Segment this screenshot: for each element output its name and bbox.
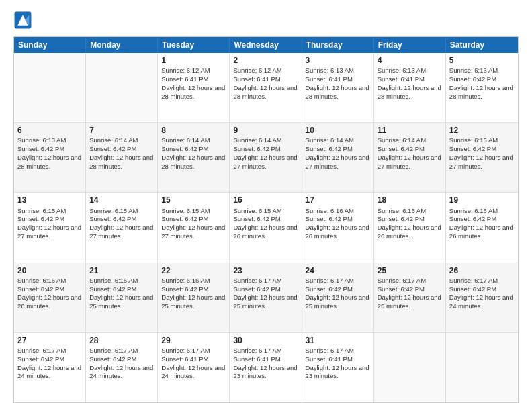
sunrise-text: Sunrise: 6:16 AM [306,207,370,216]
day-number: 1 [161,55,226,66]
sunrise-text: Sunrise: 6:12 AM [233,66,298,75]
day-number: 22 [161,265,226,276]
sunrise-text: Sunrise: 6:17 AM [89,347,154,355]
sunset-text: Sunset: 6:42 PM [449,75,515,84]
day-cell-23: 23Sunrise: 6:17 AMSunset: 6:42 PMDayligh… [230,263,302,332]
sunrise-text: Sunrise: 6:13 AM [17,136,82,145]
daylight-text: Daylight: 12 hours and 24 minutes. [17,364,82,381]
day-cell-28: 28Sunrise: 6:17 AMSunset: 6:42 PMDayligh… [86,333,158,402]
day-number: 16 [233,195,298,205]
sunrise-text: Sunrise: 6:16 AM [161,277,226,285]
day-number: 21 [89,265,154,276]
day-number: 12 [449,125,515,136]
day-cell-14: 14Sunrise: 6:15 AMSunset: 6:42 PMDayligh… [86,193,158,262]
sunrise-text: Sunrise: 6:17 AM [233,277,298,285]
daylight-text: Daylight: 12 hours and 26 minutes. [378,224,442,241]
day-cell-1: 1Sunrise: 6:12 AMSunset: 6:41 PMDaylight… [158,53,230,122]
calendar-row: 6Sunrise: 6:13 AMSunset: 6:42 PMDaylight… [14,122,518,192]
sunset-text: Sunset: 6:41 PM [378,75,442,84]
day-cell-3: 3Sunrise: 6:13 AMSunset: 6:41 PMDaylight… [302,53,374,122]
header-day-sunday: Sunday [14,37,86,53]
sunset-text: Sunset: 6:42 PM [161,285,226,294]
daylight-text: Daylight: 12 hours and 25 minutes. [378,293,442,311]
header [13,11,519,30]
day-number: 11 [378,125,442,136]
day-cell-22: 22Sunrise: 6:16 AMSunset: 6:42 PMDayligh… [158,263,230,332]
sunrise-text: Sunrise: 6:17 AM [449,277,515,285]
daylight-text: Daylight: 12 hours and 26 minutes. [17,293,82,311]
day-number: 2 [233,55,298,66]
day-number: 4 [378,55,442,66]
sunrise-text: Sunrise: 6:14 AM [378,136,442,145]
sunrise-text: Sunrise: 6:17 AM [233,347,298,355]
sunrise-text: Sunrise: 6:17 AM [306,277,370,285]
sunrise-text: Sunrise: 6:12 AM [161,66,226,75]
day-cell-25: 25Sunrise: 6:17 AMSunset: 6:42 PMDayligh… [374,263,446,332]
empty-cell [14,53,86,122]
header-day-tuesday: Tuesday [158,37,230,53]
header-day-thursday: Thursday [302,37,374,53]
sunset-text: Sunset: 6:41 PM [233,75,298,84]
sunrise-text: Sunrise: 6:13 AM [378,66,442,75]
day-number: 14 [89,195,154,205]
sunrise-text: Sunrise: 6:16 AM [17,277,82,285]
day-cell-10: 10Sunrise: 6:14 AMSunset: 6:42 PMDayligh… [302,123,374,192]
calendar-row: 1Sunrise: 6:12 AMSunset: 6:41 PMDaylight… [14,53,518,122]
sunrise-text: Sunrise: 6:14 AM [161,136,226,145]
daylight-text: Daylight: 12 hours and 26 minutes. [233,224,298,241]
sunset-text: Sunset: 6:42 PM [233,285,298,294]
empty-cell [374,333,446,402]
daylight-text: Daylight: 12 hours and 27 minutes. [378,154,442,171]
sunrise-text: Sunrise: 6:16 AM [378,207,442,216]
calendar: SundayMondayTuesdayWednesdayThursdayFrid… [13,36,519,403]
daylight-text: Daylight: 12 hours and 28 minutes. [89,154,154,171]
sunset-text: Sunset: 6:42 PM [89,355,154,364]
day-cell-5: 5Sunrise: 6:13 AMSunset: 6:42 PMDaylight… [446,53,518,122]
sunrise-text: Sunrise: 6:15 AM [233,207,298,216]
logo [13,11,35,30]
day-cell-26: 26Sunrise: 6:17 AMSunset: 6:42 PMDayligh… [446,263,518,332]
daylight-text: Daylight: 12 hours and 25 minutes. [233,293,298,311]
sunrise-text: Sunrise: 6:15 AM [161,207,226,216]
day-cell-12: 12Sunrise: 6:15 AMSunset: 6:42 PMDayligh… [446,123,518,192]
sunrise-text: Sunrise: 6:14 AM [233,136,298,145]
daylight-text: Daylight: 12 hours and 27 minutes. [306,154,370,171]
daylight-text: Daylight: 12 hours and 27 minutes. [89,224,154,241]
day-cell-24: 24Sunrise: 6:17 AMSunset: 6:42 PMDayligh… [302,263,374,332]
day-cell-21: 21Sunrise: 6:16 AMSunset: 6:42 PMDayligh… [86,263,158,332]
day-cell-7: 7Sunrise: 6:14 AMSunset: 6:42 PMDaylight… [86,123,158,192]
sunrise-text: Sunrise: 6:15 AM [17,207,82,216]
day-cell-27: 27Sunrise: 6:17 AMSunset: 6:42 PMDayligh… [14,333,86,402]
sunset-text: Sunset: 6:42 PM [233,215,298,224]
sunset-text: Sunset: 6:41 PM [306,355,370,364]
day-cell-13: 13Sunrise: 6:15 AMSunset: 6:42 PMDayligh… [14,193,86,262]
sunset-text: Sunset: 6:42 PM [449,285,515,294]
sunrise-text: Sunrise: 6:17 AM [161,347,226,355]
sunset-text: Sunset: 6:42 PM [306,215,370,224]
daylight-text: Daylight: 12 hours and 24 minutes. [449,293,515,311]
daylight-text: Daylight: 12 hours and 25 minutes. [306,293,370,311]
day-cell-29: 29Sunrise: 6:17 AMSunset: 6:41 PMDayligh… [158,333,230,402]
sunrise-text: Sunrise: 6:15 AM [89,207,154,216]
day-number: 13 [17,195,82,205]
empty-cell [86,53,158,122]
daylight-text: Daylight: 12 hours and 28 minutes. [233,84,298,101]
daylight-text: Daylight: 12 hours and 27 minutes. [233,154,298,171]
day-number: 3 [306,55,370,66]
day-number: 25 [378,265,442,276]
day-cell-6: 6Sunrise: 6:13 AMSunset: 6:42 PMDaylight… [14,123,86,192]
day-number: 23 [233,265,298,276]
sunset-text: Sunset: 6:42 PM [306,145,370,154]
calendar-row: 13Sunrise: 6:15 AMSunset: 6:42 PMDayligh… [14,192,518,262]
logo-icon [13,11,32,30]
day-number: 7 [89,125,154,136]
day-cell-30: 30Sunrise: 6:17 AMSunset: 6:41 PMDayligh… [230,333,302,402]
sunrise-text: Sunrise: 6:14 AM [306,136,370,145]
header-day-monday: Monday [86,37,158,53]
daylight-text: Daylight: 12 hours and 27 minutes. [17,224,82,241]
header-day-wednesday: Wednesday [230,37,302,53]
day-cell-20: 20Sunrise: 6:16 AMSunset: 6:42 PMDayligh… [14,263,86,332]
calendar-row: 20Sunrise: 6:16 AMSunset: 6:42 PMDayligh… [14,263,518,332]
sunset-text: Sunset: 6:42 PM [378,145,442,154]
sunrise-text: Sunrise: 6:15 AM [449,136,515,145]
